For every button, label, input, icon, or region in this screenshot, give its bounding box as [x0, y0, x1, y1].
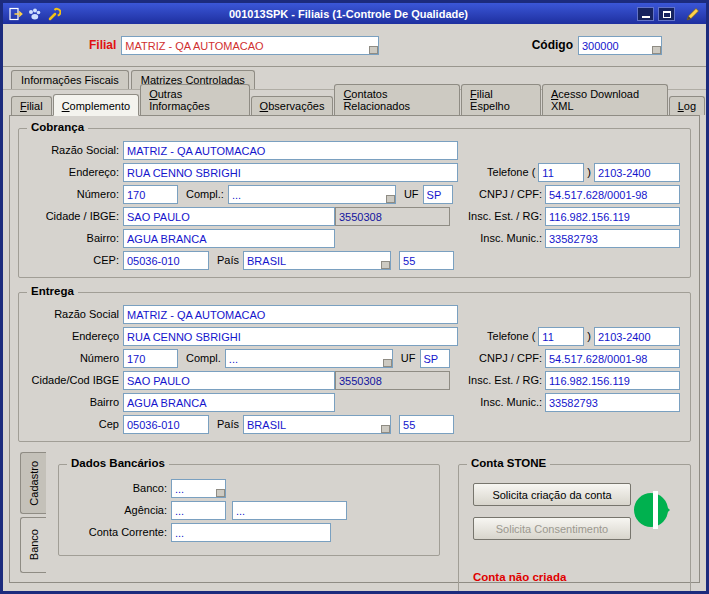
telefone-label: Telefone (	[487, 330, 535, 342]
header-band: Filial Código	[3, 24, 706, 67]
agencia-input[interactable]	[171, 501, 226, 520]
numero-label: Número:	[27, 188, 119, 200]
cobranca-numero-input[interactable]	[123, 185, 178, 204]
compl-label: Compl.	[186, 352, 221, 364]
cobranca-insc-est-input[interactable]	[545, 207, 680, 226]
tab-observacoes[interactable]: Observações	[251, 96, 334, 115]
conta-stone-title: Conta STONE	[467, 457, 550, 469]
conta-status-text: Conta não criada	[473, 571, 566, 583]
tab-outras-informacoes[interactable]: Outras Informações	[140, 84, 249, 115]
cobranca-title: Cobrança	[27, 121, 88, 133]
tab-informacoes-fiscais[interactable]: Informações Fiscais	[11, 70, 129, 89]
telefone-close-label: )	[587, 330, 591, 342]
cnpj-label: CNPJ / CPF:	[479, 188, 542, 200]
cobranca-ddd-input[interactable]	[538, 163, 584, 182]
lookup-icon[interactable]	[216, 489, 225, 497]
cobranca-compl-input[interactable]	[228, 185, 396, 204]
main-tab-bar: Filial Complemento Outras Informações Ob…	[3, 90, 706, 115]
entrega-section: Entrega Razão Social Endereço Número Com…	[18, 292, 691, 442]
entrega-compl-input[interactable]	[225, 349, 393, 368]
bottom-section: Cadastro Banco Dados Bancários Banco: Ag…	[20, 452, 693, 586]
lookup-icon[interactable]	[386, 195, 395, 203]
titlebar: 001013SPK - Filiais (1-Controle De Quali…	[3, 3, 706, 24]
entrega-insc-est-input[interactable]	[545, 371, 680, 390]
cobranca-telefone-input[interactable]	[594, 163, 680, 182]
bairro-label: Bairro	[27, 396, 119, 408]
window-title: 001013SPK - Filiais (1-Controle De Quali…	[64, 8, 633, 20]
conta-stone-section: Conta STONE Solicita criação da conta So…	[458, 464, 691, 594]
entrega-numero-input[interactable]	[123, 349, 178, 368]
cobranca-cnpj-input[interactable]	[545, 185, 680, 204]
tab-contatos-relacionados[interactable]: Contatos Relacionados	[334, 84, 460, 115]
cnpj-label: CNPJ / CPF:	[479, 352, 542, 364]
cobranca-cep-input[interactable]	[123, 251, 209, 270]
solicita-consentimento-button: Solicita Consentimento	[473, 517, 631, 540]
pais-label: País	[217, 418, 239, 430]
app-icon	[26, 6, 43, 22]
lookup-icon[interactable]	[381, 261, 390, 269]
cobranca-razao-social-input[interactable]	[123, 141, 458, 160]
entrega-cnpj-input[interactable]	[545, 349, 680, 368]
cidade-label: Cidade / IBGE:	[27, 210, 119, 222]
numero-label: Número	[27, 352, 119, 364]
uf-label: UF	[401, 352, 416, 364]
razao-social-label: Razão Social:	[27, 144, 119, 156]
entrega-bairro-input[interactable]	[123, 393, 335, 412]
cobranca-ddi-input[interactable]	[399, 251, 454, 270]
side-tab-banco[interactable]: Banco	[20, 517, 46, 573]
entrega-ddi-input[interactable]	[399, 415, 454, 434]
dados-bancarios-section: Dados Bancários Banco: Agência: Conta Co…	[58, 464, 440, 556]
minimize-icon[interactable]	[637, 7, 654, 21]
wrench-icon[interactable]	[45, 6, 62, 22]
entrega-pais-input[interactable]	[243, 415, 391, 434]
banco-label: Banco:	[67, 482, 167, 494]
tab-filial-espelho[interactable]: Filial Espelho	[461, 84, 541, 115]
conta-corrente-label: Conta Corrente:	[67, 526, 167, 538]
filial-input[interactable]	[121, 36, 379, 55]
codigo-field	[578, 36, 662, 55]
tab-filial[interactable]: Filial	[11, 96, 52, 115]
exit-icon[interactable]	[7, 6, 24, 22]
codigo-input[interactable]	[578, 36, 662, 55]
entrega-razao-social-input[interactable]	[123, 305, 458, 324]
insc-mun-label: Insc. Munic.:	[480, 232, 542, 244]
stone-logo-icon	[632, 491, 672, 533]
cobranca-bairro-input[interactable]	[123, 229, 335, 248]
telefone-label: Telefone (	[487, 166, 535, 178]
lookup-icon[interactable]	[381, 425, 390, 433]
cobranca-endereco-input[interactable]	[123, 163, 458, 182]
codigo-label: Código	[532, 38, 573, 52]
solicita-criacao-conta-button[interactable]: Solicita criação da conta	[473, 483, 631, 506]
filial-field	[121, 36, 379, 55]
cobranca-cidade-input[interactable]	[123, 207, 335, 226]
lookup-icon[interactable]	[383, 359, 392, 367]
maximize-icon[interactable]	[658, 7, 675, 21]
edit-pencil-icon[interactable]	[683, 6, 702, 22]
tab-complemento[interactable]: Complemento	[53, 94, 140, 116]
tab-acesso-download-xml[interactable]: Acesso Download XML	[542, 84, 668, 115]
entrega-ddd-input[interactable]	[538, 327, 584, 346]
side-tab-bar: Cadastro Banco	[20, 452, 46, 586]
endereco-label: Endereço:	[27, 166, 119, 178]
entrega-insc-mun-input[interactable]	[545, 393, 680, 412]
insc-est-label: Insc. Est. / RG:	[468, 374, 542, 386]
entrega-cep-input[interactable]	[123, 415, 209, 434]
lookup-icon[interactable]	[652, 46, 661, 54]
entrega-endereco-input[interactable]	[123, 327, 458, 346]
lookup-icon[interactable]	[369, 46, 378, 54]
cep-label: CEP:	[27, 254, 119, 266]
side-tab-cadastro[interactable]: Cadastro	[20, 452, 46, 514]
entrega-cidade-input[interactable]	[123, 371, 335, 390]
entrega-telefone-input[interactable]	[594, 327, 680, 346]
insc-mun-label: Insc. Munic.:	[480, 396, 542, 408]
razao-social-label: Razão Social	[27, 308, 119, 320]
cobranca-section: Cobrança Razão Social: Endereço: Número:…	[18, 128, 691, 278]
filial-label: Filial	[89, 38, 116, 52]
entrega-title: Entrega	[27, 285, 78, 297]
agencia-dv-input[interactable]	[232, 501, 347, 520]
telefone-close-label: )	[587, 166, 591, 178]
conta-corrente-input[interactable]	[171, 523, 331, 542]
cobranca-insc-mun-input[interactable]	[545, 229, 680, 248]
tab-log[interactable]: Log	[669, 96, 705, 115]
cobranca-pais-input[interactable]	[243, 251, 391, 270]
